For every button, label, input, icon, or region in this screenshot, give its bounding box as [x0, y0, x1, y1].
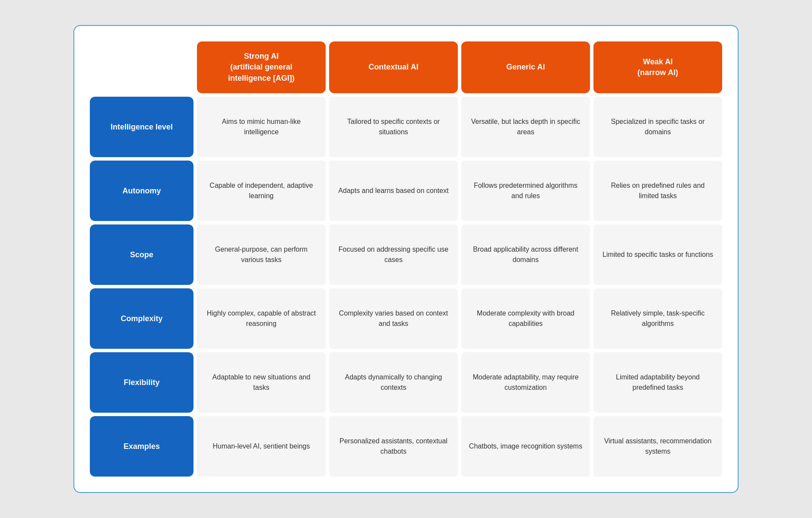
- row-label-0: Intelligence level: [90, 97, 193, 157]
- data-cell-3-0: Highly complex, capable of abstract reas…: [197, 288, 326, 349]
- row-label-3: Complexity: [90, 288, 193, 349]
- data-cell-2-0: General-purpose, can perform various tas…: [197, 224, 326, 285]
- data-cell-5-1: Personalized assistants, contextual chat…: [329, 416, 458, 477]
- data-cell-3-2: Moderate complexity with broad capabilit…: [461, 288, 590, 349]
- main-container: Strong AI(artificial generalintelligence…: [73, 25, 739, 493]
- row-label-5: Examples: [90, 416, 193, 477]
- row-label-1: Autonomy: [90, 161, 193, 221]
- data-cell-1-0: Capable of independent, adaptive learnin…: [197, 161, 326, 221]
- data-cell-5-2: Chatbots, image recognition systems: [461, 416, 590, 477]
- header-cell-generic-ai: Generic AI: [461, 41, 590, 93]
- data-cell-4-1: Adapts dynamically to changing contexts: [329, 352, 458, 413]
- data-cell-3-3: Relatively simple, task-specific algorit…: [593, 288, 722, 349]
- row-label-2: Scope: [90, 224, 193, 285]
- row-label-4: Flexibility: [90, 352, 193, 413]
- data-cell-4-3: Limited adaptability beyond predefined t…: [593, 352, 722, 413]
- data-cell-1-1: Adapts and learns based on context: [329, 161, 458, 221]
- data-cell-4-2: Moderate adaptability, may require custo…: [461, 352, 590, 413]
- comparison-grid: Strong AI(artificial generalintelligence…: [90, 41, 722, 477]
- data-cell-0-2: Versatile, but lacks depth in specific a…: [461, 97, 590, 157]
- data-cell-2-2: Broad applicability across different dom…: [461, 224, 590, 285]
- header-cell-contextual-ai: Contextual AI: [329, 41, 458, 93]
- data-cell-2-3: Limited to specific tasks or functions: [593, 224, 722, 285]
- data-cell-0-3: Specialized in specific tasks or domains: [593, 97, 722, 157]
- data-cell-5-0: Human-level AI, sentient beings: [197, 416, 326, 477]
- corner-cell: [90, 41, 193, 93]
- data-cell-0-0: Aims to mimic human-like intelligence: [197, 97, 326, 157]
- data-cell-4-0: Adaptable to new situations and tasks: [197, 352, 326, 413]
- data-cell-1-3: Relies on predefined rules and limited t…: [593, 161, 722, 221]
- data-cell-5-3: Virtual assistants, recommendation syste…: [593, 416, 722, 477]
- header-cell-weak-ai: Weak AI(narrow AI): [593, 41, 722, 93]
- header-cell-strong-ai: Strong AI(artificial generalintelligence…: [197, 41, 326, 93]
- data-cell-0-1: Tailored to specific contexts or situati…: [329, 97, 458, 157]
- data-cell-3-1: Complexity varies based on context and t…: [329, 288, 458, 349]
- data-cell-1-2: Follows predetermined algorithms and rul…: [461, 161, 590, 221]
- data-cell-2-1: Focused on addressing specific use cases: [329, 224, 458, 285]
